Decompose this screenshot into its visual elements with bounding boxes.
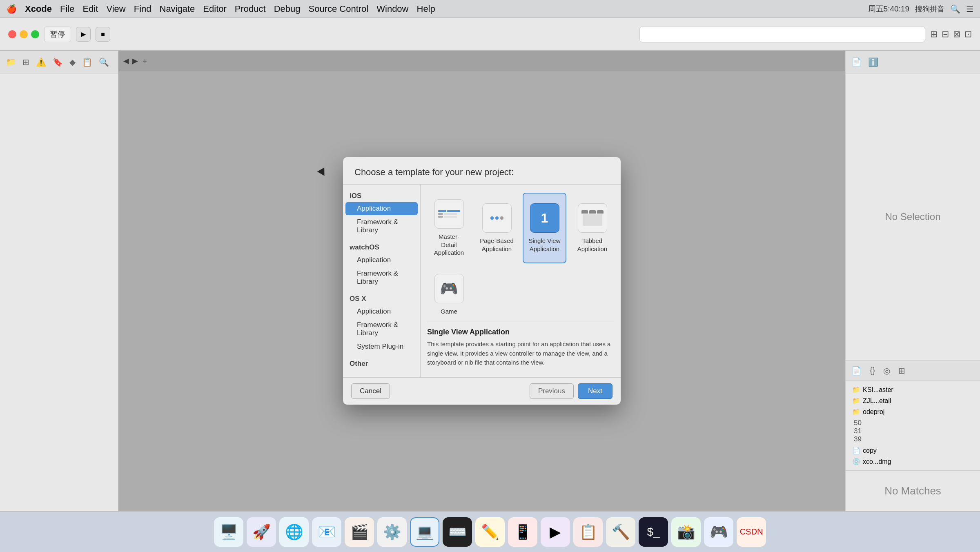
sidebar-item-watchos-framework[interactable]: Framework & Library (345, 267, 418, 288)
game-icon-box: 🎮 (434, 274, 464, 303)
nav-warning-icon[interactable]: ⚠️ (33, 56, 49, 69)
file-name-ode: odeproj (863, 408, 884, 416)
toolbar-search-input[interactable] (639, 26, 925, 42)
sidebar-item-watchos-application[interactable]: Application (345, 254, 418, 267)
dock-finder[interactable]: 🖥️ (214, 517, 243, 547)
toolbar-right-icons: ⊞ ⊟ ⊠ ⊡ (930, 29, 972, 40)
pause-button[interactable]: 暂停 (44, 27, 71, 42)
dock-ppfile[interactable]: 📱 (508, 517, 537, 547)
file-item-xco[interactable]: 💿 xco...dmg (849, 456, 977, 467)
menubar-source-control[interactable]: Source Control (309, 4, 369, 14)
toolbar: 暂停 ▶ ■ ⊞ ⊟ ⊠ ⊡ (0, 18, 980, 51)
sidebar-item-ios-application[interactable]: Application (345, 202, 418, 215)
dock-player[interactable]: ▶ (541, 517, 570, 547)
dock-terminal2[interactable]: $_ (639, 517, 668, 547)
template-grid: Master-DetailApplication (427, 193, 614, 322)
center-panel: ◀ ▶ ＋ Choose a template for your new pro… (118, 51, 845, 511)
template-single-view[interactable]: 1 Single ViewApplication (523, 193, 566, 263)
fullscreen-button[interactable] (31, 30, 39, 38)
right-bottom-icon-4[interactable]: ⊞ (896, 364, 908, 377)
menubar-xcode[interactable]: Xcode (25, 4, 52, 14)
traffic-lights (8, 30, 39, 38)
template-single-view-label: Single ViewApplication (528, 237, 560, 253)
dock-photos[interactable]: 🎬 (345, 517, 374, 547)
apple-menu[interactable]: 🍎 (7, 4, 17, 14)
right-bottom-icon-2[interactable]: {} (867, 364, 878, 377)
navigator-toggle-icon[interactable]: ⊞ (930, 29, 938, 40)
dock-appstore[interactable]: 🎮 (704, 517, 733, 547)
menubar-navigate[interactable]: Navigate (160, 4, 195, 14)
sidebar-osx-label: OS X (343, 292, 420, 305)
file-item-copy[interactable]: 📄 copy (849, 445, 977, 456)
dock-xcode[interactable]: 💻 (410, 517, 439, 547)
template-tabbed[interactable]: TabbedApplication (570, 193, 614, 263)
stop-button[interactable]: ■ (96, 27, 110, 42)
menubar-view[interactable]: View (106, 4, 125, 14)
minimize-button[interactable] (20, 30, 28, 38)
left-panel: 📁 ⊞ ⚠️ 🔖 ◆ 📋 🔍 (0, 51, 118, 511)
right-bottom-icon-1[interactable]: 📄 (849, 364, 864, 377)
right-bottom-panel: 📄 {} ◎ ⊞ 📁 KSI...aster 📁 ZJL...etail 📁 o… (846, 360, 980, 511)
menubar-editor[interactable]: Editor (203, 4, 226, 14)
menubar-file[interactable]: File (60, 4, 74, 14)
nav-search-icon[interactable]: 🔍 (96, 56, 111, 69)
nav-source-icon[interactable]: ⊞ (20, 56, 32, 69)
sidebar-item-osx-framework[interactable]: Framework & Library (345, 318, 418, 340)
template-game[interactable]: 🎮 Game (427, 267, 471, 322)
inspector-file-icon[interactable]: 📄 (849, 56, 864, 69)
dock-sketch[interactable]: ✏️ (475, 517, 505, 547)
navigator-icons: 📁 ⊞ ⚠️ 🔖 ◆ 📋 🔍 (0, 51, 118, 73)
dock-wrench[interactable]: 🔨 (606, 517, 635, 547)
menubar-edit[interactable]: Edit (82, 4, 98, 14)
sidebar-item-osx-plugin[interactable]: System Plug-in (345, 340, 418, 353)
right-bottom-icon-3[interactable]: ◎ (881, 364, 893, 377)
nav-folder-icon[interactable]: 📁 (3, 56, 18, 69)
dock-launchpad[interactable]: 🚀 (247, 517, 276, 547)
file-item-zjl[interactable]: 📁 ZJL...etail (849, 395, 977, 406)
file-item-ksi[interactable]: 📁 KSI...aster (849, 384, 977, 395)
cancel-button[interactable]: Cancel (351, 383, 390, 399)
next-button[interactable]: Next (578, 383, 612, 399)
template-page-based[interactable]: Page-BasedApplication (475, 193, 519, 263)
dock-terminal[interactable]: ⌨️ (443, 517, 472, 547)
sidebar-item-osx-application[interactable]: Application (345, 305, 418, 318)
menubar-debug[interactable]: Debug (274, 4, 301, 14)
no-matches-label: No Matches (846, 470, 980, 511)
file-name-zjl: ZJL...etail (863, 397, 891, 405)
nav-bookmark-icon[interactable]: 🔖 (50, 56, 65, 69)
dock-mail[interactable]: 📧 (312, 517, 341, 547)
dock-csdn[interactable]: CSDN (737, 517, 766, 547)
play-button[interactable]: ▶ (76, 27, 91, 42)
sidebar-watchos-label: watchOS (343, 240, 420, 253)
dock-safari[interactable]: 🌐 (279, 517, 309, 547)
menubar-window[interactable]: Window (376, 4, 408, 14)
nav-breakpoint-icon[interactable]: ◆ (67, 56, 78, 69)
close-button[interactable] (8, 30, 16, 38)
dock-clipboard[interactable]: 📋 (573, 517, 603, 547)
menubar-product[interactable]: Product (235, 4, 266, 14)
nav-report-icon[interactable]: 📋 (80, 56, 95, 69)
dock-systemprefs[interactable]: ⚙️ (377, 517, 407, 547)
right-numbers: 503139 (849, 417, 977, 445)
inspector-quick-help-icon[interactable]: ℹ️ (866, 56, 881, 69)
dock-prefsapp[interactable]: 📸 (671, 517, 701, 547)
layout-icon[interactable]: ⊡ (964, 29, 972, 40)
inspector-toggle-icon[interactable]: ⊠ (953, 29, 960, 40)
debug-toggle-icon[interactable]: ⊟ (942, 29, 949, 40)
menubar-menu-icon[interactable]: ☰ (966, 4, 973, 14)
template-tabbed-label: TabbedApplication (577, 237, 607, 253)
sidebar-item-ios-framework[interactable]: Framework & Library (345, 216, 418, 237)
file-list: 📁 KSI...aster 📁 ZJL...etail 📁 odeproj 50… (846, 381, 980, 470)
menubar-find[interactable]: Find (134, 4, 151, 14)
file-item-odeproj[interactable]: 📁 odeproj (849, 406, 977, 417)
page-based-icon-box (482, 203, 512, 233)
dialog-body: iOS Application Framework & Library watc… (343, 185, 621, 377)
template-master-detail[interactable]: Master-DetailApplication (427, 193, 471, 263)
menubar-help[interactable]: Help (417, 4, 435, 14)
menubar-input-method[interactable]: 搜狗拼音 (915, 4, 944, 14)
previous-button[interactable]: Previous (530, 383, 574, 399)
footer-right: Previous Next (530, 383, 612, 399)
game-icon: 🎮 (440, 280, 458, 297)
menubar-search-icon[interactable]: 🔍 (950, 4, 960, 14)
dialog-sidebar: iOS Application Framework & Library watc… (343, 185, 421, 377)
